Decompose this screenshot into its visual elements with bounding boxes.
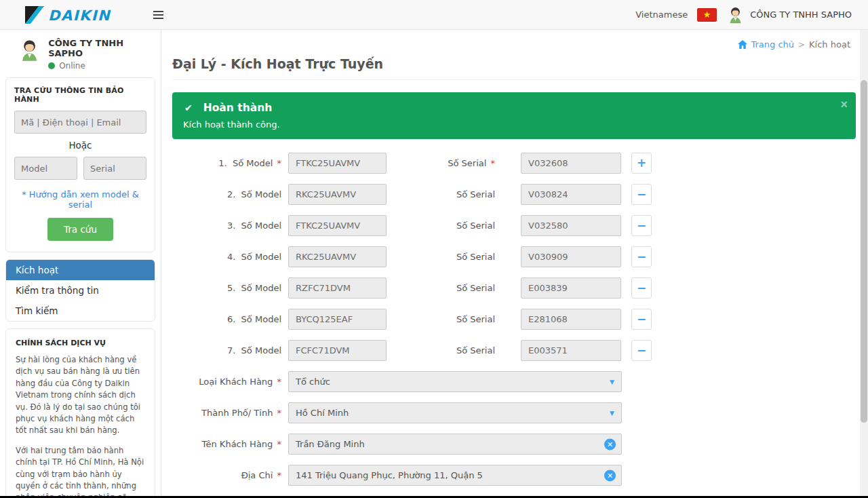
alert-close-icon[interactable]: ×: [840, 98, 848, 112]
required-asterisk: *: [277, 470, 282, 480]
serial-input[interactable]: E003839: [521, 277, 621, 299]
breadcrumb-home-link[interactable]: Trang chủ: [738, 39, 794, 50]
policy-paragraph: Sự hài lòng của khách hàng về dịch vụ sa…: [16, 354, 145, 437]
caret-down-icon[interactable]: ▼: [610, 379, 614, 385]
field-select[interactable]: Tổ chức▼: [288, 371, 622, 392]
field-value: Tổ chức: [296, 377, 330, 387]
field-value: Hồ Chí Minh: [296, 408, 349, 418]
model-label: 5. Số Model: [172, 283, 281, 293]
remove-row-button[interactable]: −: [631, 277, 652, 299]
field-label: Địa Chỉ *: [172, 470, 281, 480]
required-asterisk: *: [277, 158, 282, 168]
serial-input[interactable]: E281068: [521, 309, 621, 330]
serial-label: Số Serial: [387, 314, 495, 324]
model-input[interactable]: RKC25UAVMV: [288, 184, 387, 205]
remove-row-button[interactable]: −: [631, 184, 652, 205]
serial-input[interactable]: V030824: [521, 184, 621, 205]
add-row-button[interactable]: +: [631, 153, 652, 174]
service-policy-panel: CHÍNH SÁCH DỊCH VỤ Sự hài lòng của khách…: [5, 328, 155, 498]
or-label: Hoặc: [14, 140, 146, 151]
serial-label: Số Serial: [387, 345, 495, 356]
model-serial-row: 3. Số ModelFTKC25UAVMVSố SerialV032580−: [172, 215, 856, 236]
model-input[interactable]: BYCQ125EAF: [288, 309, 387, 330]
field-label: Thành Phố/ Tỉnh *: [172, 408, 281, 418]
required-asterisk: *: [277, 377, 282, 387]
model-label: 6. Số Model: [172, 314, 281, 324]
model-input[interactable]: FCFC71DVM: [288, 340, 387, 361]
activation-form: 1. Số Model *FTKC25UAVMVSố Serial *V0326…: [172, 153, 856, 498]
required-asterisk: *: [491, 158, 496, 168]
remove-row-button[interactable]: −: [631, 340, 652, 361]
policy-title: CHÍNH SÁCH DỊCH VỤ: [16, 339, 145, 347]
clear-field-icon[interactable]: ✕: [604, 470, 616, 481]
sidebar-menu: Kích hoạtKiểm tra thông tinTìm kiếm: [5, 259, 155, 322]
search-submit-button[interactable]: Tra cứu: [47, 218, 113, 241]
vertical-scrollbar[interactable]: [860, 30, 868, 498]
field-value: Trần Đăng Minh: [296, 439, 365, 449]
serial-input[interactable]: V032580: [521, 215, 621, 236]
required-asterisk: *: [277, 439, 282, 449]
serial-label: Số Serial: [387, 189, 495, 199]
customer-field-row: Địa Chỉ *141 Triệu Quang Phục, Phường 11…: [172, 465, 856, 486]
top-header: DAIKIN Vietnamese ★ CÔNG TY TNHH SAPHO: [0, 0, 868, 30]
clear-field-icon[interactable]: ✕: [604, 438, 616, 450]
user-menu[interactable]: CÔNG TY TNHH SAPHO: [726, 5, 852, 24]
model-input[interactable]: RKC25UAVMV: [288, 246, 387, 267]
sidebar-item-1[interactable]: Kích hoạt: [6, 260, 155, 280]
main-content: Trang chủ > Kích hoạt Đại Lý - Kích Hoạt…: [161, 30, 860, 498]
customer-field-row: Loại Khách Hàng *Tổ chức▼: [172, 371, 856, 392]
serial-input[interactable]: V032608: [521, 153, 621, 174]
model-label: 2. Số Model: [172, 189, 281, 199]
serial-label: Số Serial: [387, 221, 495, 231]
language-label[interactable]: Vietnamese: [635, 9, 688, 20]
field-select[interactable]: Hồ Chí Minh▼: [288, 402, 622, 423]
model-label: 7. Số Model: [172, 345, 281, 356]
alert-message: Kích hoạt thành công.: [183, 119, 845, 130]
breadcrumb: Trang chủ > Kích hoạt: [172, 30, 856, 54]
serial-input[interactable]: V030909: [521, 246, 621, 267]
code-phone-email-input[interactable]: [14, 111, 146, 134]
model-serial-guide-link[interactable]: * Hướng dẫn xem model & serial: [14, 189, 146, 210]
model-search-input[interactable]: [14, 157, 77, 180]
field-label: Loại Khách Hàng *: [172, 377, 281, 387]
remove-row-button[interactable]: −: [631, 309, 652, 330]
model-input[interactable]: FTKC25UAVMV: [288, 215, 387, 236]
serial-label: Số Serial: [387, 252, 495, 262]
home-icon: [738, 40, 747, 49]
model-label: 1. Số Model *: [172, 158, 281, 168]
serial-input[interactable]: E003571: [521, 340, 621, 361]
check-icon: ✔: [184, 102, 193, 113]
sidebar-item-2[interactable]: Kiểm tra thông tin: [6, 280, 155, 301]
model-serial-row: 4. Số ModelRKC25UAVMVSố SerialV030909−: [172, 246, 856, 267]
serial-search-input[interactable]: [83, 157, 146, 180]
field-label: Tên Khách Hàng *: [172, 439, 281, 449]
user-name: CÔNG TY TNHH SAPHO: [750, 9, 852, 20]
alert-title: Hoàn thành: [203, 102, 272, 114]
sidebar-item-3[interactable]: Tìm kiếm: [6, 301, 155, 321]
hamburger-menu-icon[interactable]: [153, 11, 163, 19]
caret-down-icon[interactable]: ▼: [610, 410, 614, 417]
profile-name: CÔNG TY TNHH SAPHO: [48, 37, 153, 58]
model-label: 4. Số Model: [172, 252, 281, 262]
remove-row-button[interactable]: −: [631, 215, 652, 236]
success-alert: ✔ Hoàn thành Kích hoạt thành công. ×: [172, 92, 856, 139]
profile-avatar-icon: [18, 37, 41, 62]
customer-field-row: Thành Phố/ Tỉnh *Hồ Chí Minh▼: [172, 402, 856, 423]
scrollbar-thumb[interactable]: [861, 80, 867, 423]
page-title: Đại Lý - Kích Hoạt Trực Tuyến: [172, 54, 856, 80]
policy-text: Sự hài lòng của khách hàng về dịch vụ sa…: [16, 354, 145, 498]
policy-paragraph: Với hai trung tâm bảo hành chính tại TP.…: [16, 445, 145, 498]
model-serial-row: 1. Số Model *FTKC25UAVMVSố Serial *V0326…: [172, 153, 856, 174]
field-input[interactable]: 141 Triệu Quang Phục, Phường 11, Quận 5✕: [288, 465, 622, 486]
search-panel-title: TRA CỨU THÔNG TIN BẢO HÀNH: [14, 86, 146, 104]
daikin-logo-icon: DAIKIN: [24, 6, 125, 24]
online-status-label: Online: [59, 61, 85, 71]
remove-row-button[interactable]: −: [631, 246, 652, 267]
vietnam-flag-icon[interactable]: ★: [697, 8, 717, 22]
field-input[interactable]: Trần Đăng Minh✕: [288, 434, 622, 455]
sidebar: CÔNG TY TNHH SAPHO Online TRA CỨU THÔNG …: [0, 30, 161, 498]
model-input[interactable]: RZFC71DVM: [288, 277, 387, 299]
model-input[interactable]: FTKC25UAVMV: [288, 153, 387, 174]
sidebar-profile: CÔNG TY TNHH SAPHO Online: [0, 30, 161, 76]
daikin-logo[interactable]: DAIKIN: [24, 6, 125, 24]
